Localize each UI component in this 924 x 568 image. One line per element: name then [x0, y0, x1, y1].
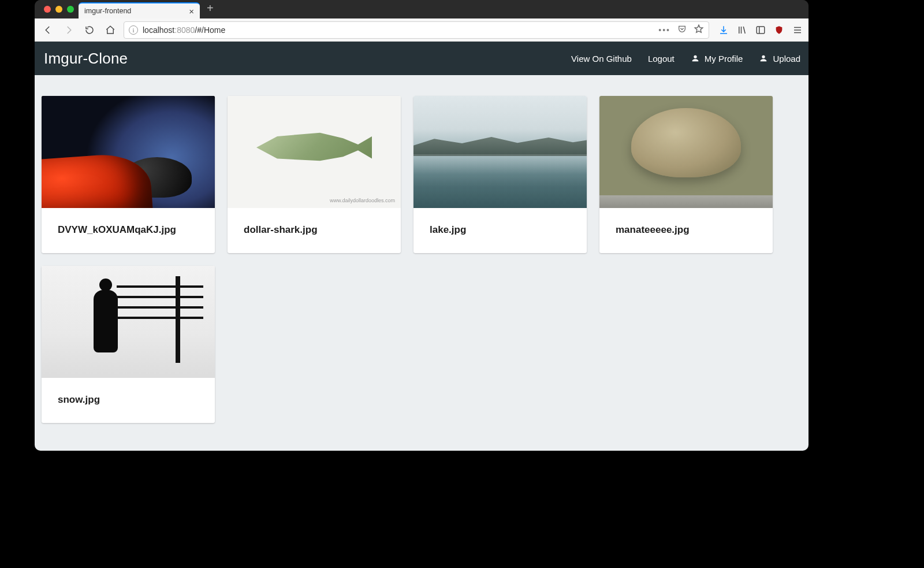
image-grid: DVYW_kOXUAMqaKJ.jpgwww.dailydollardoodle… — [35, 75, 808, 444]
nav-upload[interactable]: Upload — [759, 54, 800, 64]
browser-window: imgur-frontend × + i localhost:8080/#/Ho… — [35, 0, 808, 451]
zoom-window-button[interactable] — [67, 6, 74, 13]
nav-github[interactable]: View On Github — [571, 54, 632, 64]
tab-strip: imgur-frontend × + — [35, 0, 808, 18]
image-title: snow.jpg — [42, 378, 215, 423]
browser-tab[interactable]: imgur-frontend × — [79, 2, 200, 18]
nav-label: Logout — [648, 54, 675, 64]
svg-rect-0 — [757, 27, 765, 34]
site-info-icon[interactable]: i — [129, 25, 138, 35]
image-card[interactable]: DVYW_kOXUAMqaKJ.jpg — [42, 96, 215, 253]
app-header: Imgur-Clone View On Github Logout My Pro… — [35, 42, 808, 75]
nav-profile[interactable]: My Profile — [691, 54, 743, 64]
reload-button[interactable] — [82, 23, 97, 38]
home-button[interactable] — [103, 23, 118, 38]
downloads-icon[interactable] — [718, 25, 729, 35]
sidebar-icon[interactable] — [755, 25, 766, 35]
image-card[interactable]: manateeeee.jpg — [599, 96, 773, 253]
address-bar[interactable]: i localhost:8080/#/Home ••• — [124, 21, 709, 39]
person-icon — [691, 54, 700, 63]
page-actions-icon[interactable]: ••• — [658, 25, 670, 35]
forward-button[interactable] — [61, 23, 76, 38]
image-thumbnail — [42, 96, 215, 208]
back-button[interactable] — [40, 23, 55, 38]
nav-label: Upload — [773, 54, 800, 64]
image-title: manateeeee.jpg — [599, 208, 773, 253]
image-thumbnail: www.dailydollardoodles.com — [228, 96, 401, 208]
image-thumbnail — [413, 96, 587, 208]
brand[interactable]: Imgur-Clone — [44, 50, 128, 68]
image-thumbnail — [42, 266, 215, 378]
image-card[interactable]: www.dailydollardoodles.comdollar-shark.j… — [228, 96, 401, 253]
nav-label: View On Github — [571, 54, 632, 64]
person-icon — [759, 54, 768, 63]
new-tab-button[interactable]: + — [200, 2, 218, 17]
nav-logout[interactable]: Logout — [648, 54, 675, 64]
image-thumbnail — [599, 96, 773, 208]
image-title: DVYW_kOXUAMqaKJ.jpg — [42, 208, 215, 253]
image-title: dollar-shark.jpg — [228, 208, 401, 253]
url-path: /#/Home — [195, 25, 225, 35]
bookmark-icon[interactable] — [694, 24, 704, 36]
close-window-button[interactable] — [44, 6, 51, 13]
app-nav: View On Github Logout My Profile Upload — [571, 54, 800, 64]
library-icon[interactable] — [737, 25, 747, 35]
browser-toolbar: i localhost:8080/#/Home ••• — [35, 18, 808, 42]
pocket-icon[interactable] — [677, 24, 687, 35]
minimize-window-button[interactable] — [55, 6, 62, 13]
menu-icon[interactable] — [792, 25, 803, 35]
watermark: www.dailydollardoodles.com — [330, 198, 395, 203]
toolbar-right — [715, 25, 803, 35]
url-port: :8080 — [174, 25, 195, 35]
close-tab-icon[interactable]: × — [189, 7, 194, 16]
tab-title: imgur-frontend — [84, 7, 131, 15]
image-card[interactable]: lake.jpg — [413, 96, 587, 253]
ublock-icon[interactable] — [774, 25, 784, 35]
url-host: localhost — [143, 25, 174, 35]
window-controls — [40, 0, 79, 18]
page-viewport: Imgur-Clone View On Github Logout My Pro… — [35, 42, 808, 451]
image-card[interactable]: snow.jpg — [42, 266, 215, 423]
nav-label: My Profile — [705, 54, 743, 64]
image-title: lake.jpg — [413, 208, 587, 253]
